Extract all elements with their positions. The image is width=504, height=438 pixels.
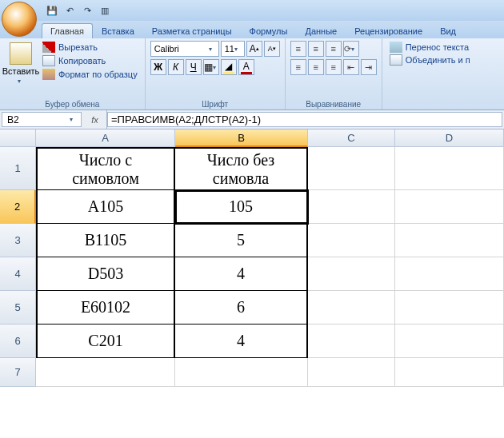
merge-cells-button[interactable]: Объединить и п [387,54,473,66]
indent-increase-button[interactable]: ⇥ [361,59,377,75]
cell-a2[interactable]: А105 [36,190,175,224]
copy-icon [42,55,55,66]
copy-label: Копировать [58,56,106,66]
row-header-1[interactable]: 1 [0,147,36,190]
row-header-7[interactable]: 7 [0,358,36,387]
align-middle-button[interactable]: ≡ [308,41,324,57]
tab-insert[interactable]: Вставка [93,23,143,38]
cell-c7[interactable] [308,358,395,387]
cell-c4[interactable] [308,257,395,291]
chevron-down-icon: ▾ [70,116,76,123]
align-bottom-button[interactable]: ≡ [326,41,342,57]
cell-d3[interactable] [395,224,504,257]
cell-b6[interactable]: 4 [175,325,308,358]
cell-c5[interactable] [308,291,395,325]
orientation-button[interactable]: ⟳▾ [343,41,359,57]
tab-page-layout[interactable]: Разметка страницы [143,23,241,38]
row-header-2[interactable]: 2 [0,190,36,224]
chevron-down-icon: ▾ [209,46,215,53]
group-alignment: ≡ ≡ ≡ ⟳▾ ≡ ≡ ≡ ⇤ ⇥ Выравнивание [286,38,382,110]
title-bar: 💾 ↶ ↷ ▥ [0,0,504,21]
office-button[interactable] [2,2,37,37]
name-box[interactable]: B2 ▾ [2,112,82,127]
underline-button[interactable]: Ч [186,59,202,75]
fx-button[interactable]: fx [83,110,107,129]
paste-button[interactable]: Вставить ▾ [5,41,37,98]
borders-button[interactable]: ▦▾ [203,59,219,75]
bucket-icon: ◢ [225,61,232,72]
align-top-button[interactable]: ≡ [290,41,306,57]
tab-formulas[interactable]: Формулы [241,23,297,38]
save-icon[interactable]: 💾 [45,3,59,18]
row-header-4[interactable]: 4 [0,257,36,291]
shrink-font-button[interactable]: A▾ [264,41,280,57]
cell-c3[interactable] [308,224,395,257]
format-painter-button[interactable]: Формат по образцу [40,68,140,81]
cell-b7[interactable] [175,358,308,387]
paste-icon [10,42,32,65]
cell-b4[interactable]: 4 [175,257,308,291]
cell-b5[interactable]: 6 [175,291,308,325]
cell-a5[interactable]: E60102 [36,291,175,325]
redo-icon[interactable]: ↷ [80,3,94,18]
qat-more-icon[interactable]: ▥ [98,3,112,18]
chevron-down-icon: ▾ [351,46,358,53]
cell-c2[interactable] [308,190,395,224]
align-left-button[interactable]: ≡ [290,59,306,75]
merge-icon [390,54,402,66]
cell-b1[interactable]: Число без симовла [175,147,308,190]
chevron-down-icon: ▾ [234,46,241,53]
col-header-a[interactable]: A [36,129,175,147]
copy-button[interactable]: Копировать [40,54,140,67]
col-header-c[interactable]: C [308,129,395,147]
wrap-text-button[interactable]: Перенос текста [387,41,473,54]
cell-a1[interactable]: Число с симовлом [36,147,175,190]
cut-button[interactable]: Вырезать [40,41,140,54]
group-label-alignment: Выравнивание [290,98,377,109]
cell-a3[interactable]: В1105 [36,224,175,257]
cell-d4[interactable] [395,257,504,291]
font-size-combo[interactable]: 11▾ [221,41,245,57]
worksheet-grid[interactable]: A B C D 1 Число с симовлом Число без сим… [0,129,504,387]
col-header-d[interactable]: D [395,129,504,147]
row-header-5[interactable]: 5 [0,291,36,325]
font-color-button[interactable]: A [238,59,254,75]
wrap-label: Перенос текста [406,42,470,52]
italic-button[interactable]: К [168,59,184,75]
grow-font-button[interactable]: A▴ [246,41,262,57]
indent-decrease-button[interactable]: ⇤ [343,59,359,75]
cell-b3[interactable]: 5 [175,224,308,257]
font-name-combo[interactable]: Calibri▾ [150,41,219,57]
cell-d2[interactable] [395,190,504,224]
align-right-button[interactable]: ≡ [326,59,342,75]
row-header-3[interactable]: 3 [0,224,36,257]
cell-d5[interactable] [395,291,504,325]
cell-b2[interactable]: 105 [175,190,308,224]
col-header-b[interactable]: B [175,129,308,147]
select-all-corner[interactable] [0,129,36,147]
wrap-icon [390,42,402,53]
cell-d1[interactable] [395,147,504,190]
ribbon: Вставить ▾ Вырезать Копировать Формат по… [0,38,504,110]
cut-label: Вырезать [58,42,98,52]
cell-a6[interactable]: C201 [36,325,175,358]
tab-view[interactable]: Вид [431,23,465,38]
tab-data[interactable]: Данные [296,23,346,38]
format-painter-label: Формат по образцу [58,70,138,79]
cell-d6[interactable] [395,325,504,358]
cell-c1[interactable] [308,147,395,190]
tab-review[interactable]: Рецензирование [346,23,431,38]
cell-c6[interactable] [308,325,395,358]
fill-color-button[interactable]: ◢ [221,59,237,75]
tab-home[interactable]: Главная [42,23,93,38]
formula-input[interactable]: =ПРАВСИМВ(A2;ДЛСТР(A2)-1) [107,112,502,127]
cell-a4[interactable]: D503 [36,257,175,291]
row-header-6[interactable]: 6 [0,325,36,358]
cell-a7[interactable] [36,358,175,387]
text-a-icon: A [243,61,250,72]
cell-d7[interactable] [395,358,504,387]
undo-icon[interactable]: ↶ [62,3,77,18]
bold-button[interactable]: Ж [150,59,166,75]
ribbon-tabs: Главная Вставка Разметка страницы Формул… [0,21,504,38]
align-center-button[interactable]: ≡ [308,59,324,75]
